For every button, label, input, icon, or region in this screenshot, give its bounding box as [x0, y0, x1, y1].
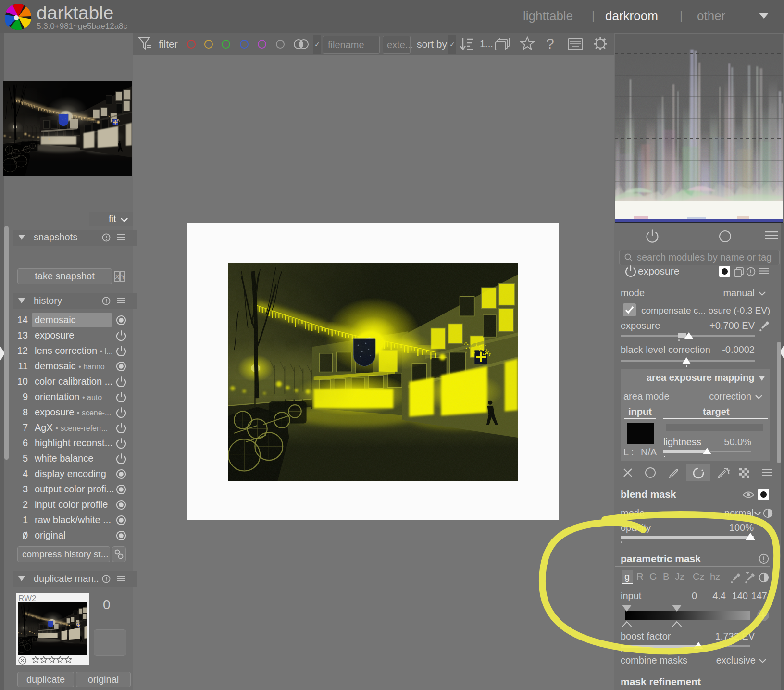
- svg-text:X: X: [115, 273, 120, 280]
- svg-text:Y: Y: [121, 273, 125, 280]
